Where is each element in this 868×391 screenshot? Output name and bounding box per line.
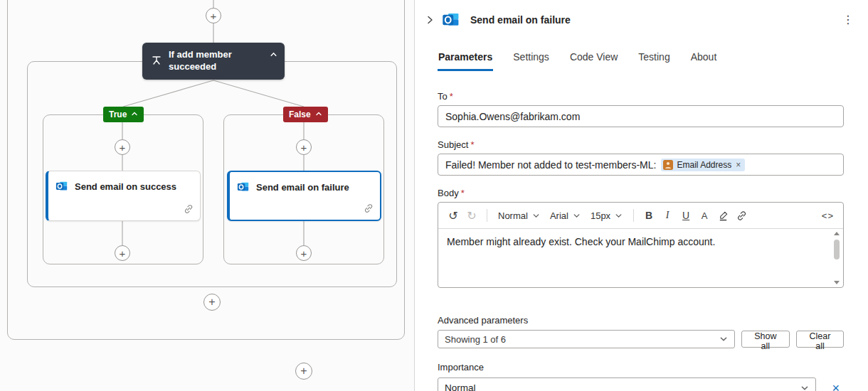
- subject-text: Failed! Member not added to test-members…: [445, 159, 656, 171]
- outlook-icon: [55, 180, 68, 193]
- tab-testing[interactable]: Testing: [637, 51, 670, 71]
- add-action-button-after-condition[interactable]: +: [203, 294, 221, 311]
- token-remove-button[interactable]: ×: [736, 160, 741, 170]
- card-footer: [230, 203, 380, 220]
- chevron-down-icon: [573, 212, 581, 220]
- panel-title: Send email on failure: [470, 14, 571, 26]
- code-view-button[interactable]: <>: [819, 206, 837, 225]
- redo-button[interactable]: ↻: [463, 206, 480, 225]
- bold-button[interactable]: B: [640, 206, 657, 225]
- panel-tabs: Parameters Settings Code View Testing Ab…: [415, 29, 868, 71]
- false-branch-label: False: [289, 109, 311, 119]
- advanced-parameters-row: Showing 1 of 6 Show all Clear all: [438, 330, 844, 348]
- flow-canvas: + If add member succeeded True False + +: [0, 0, 415, 391]
- text-style-dropdown[interactable]: Normal: [494, 206, 544, 225]
- to-label: To*: [438, 91, 844, 102]
- collapse-condition-icon[interactable]: [270, 50, 277, 60]
- panel-header: Send email on failure ⋮: [415, 0, 868, 29]
- importance-value: Normal: [445, 382, 476, 391]
- send-email-failure-card[interactable]: Send email on failure: [227, 171, 381, 221]
- link-icon: [736, 210, 747, 221]
- outlook-icon: [442, 11, 460, 29]
- true-branch-badge[interactable]: True: [103, 107, 144, 122]
- add-action-button-top[interactable]: +: [206, 8, 221, 23]
- importance-row: Normal ×: [438, 377, 844, 391]
- chevron-down-icon: [532, 212, 540, 220]
- add-action-button-true-bottom[interactable]: +: [115, 245, 130, 261]
- chevron-down-icon: [719, 335, 728, 343]
- editor-toolbar: ↺ ↻ Normal Arial 15px B I U: [438, 203, 843, 229]
- subject-input[interactable]: Failed! Member not added to test-members…: [438, 154, 844, 176]
- importance-label: Importance: [438, 362, 844, 373]
- parameters-form: To* Subject* Failed! Member not added to…: [415, 91, 868, 391]
- clear-all-button[interactable]: Clear all: [796, 331, 844, 348]
- send-email-success-card[interactable]: Send email on success: [46, 171, 201, 221]
- to-input[interactable]: [438, 105, 844, 127]
- importance-dropdown[interactable]: Normal: [438, 377, 816, 391]
- font-family-dropdown[interactable]: Arial: [546, 206, 585, 225]
- card-title: Send email on success: [75, 181, 176, 192]
- link-button[interactable]: [733, 206, 750, 225]
- condition-node[interactable]: If add member succeeded: [142, 43, 285, 80]
- card-header: Send email on success: [48, 171, 200, 194]
- editor-scrollbar[interactable]: [832, 230, 842, 286]
- required-asterisk: *: [450, 91, 453, 102]
- advanced-parameters-dropdown[interactable]: Showing 1 of 6: [438, 330, 735, 348]
- tab-settings[interactable]: Settings: [512, 51, 550, 71]
- connection-icon: [184, 204, 194, 216]
- card-title: Send email on failure: [256, 182, 349, 193]
- body-input[interactable]: Member might already exist. Check your M…: [438, 229, 843, 287]
- highlight-button[interactable]: [714, 206, 731, 225]
- subject-label: Subject*: [438, 139, 844, 150]
- scroll-down-icon[interactable]: [832, 279, 841, 286]
- collapse-true-icon: [131, 109, 138, 119]
- outlook-icon: [237, 181, 250, 193]
- scroll-up-icon[interactable]: [832, 230, 841, 237]
- token-label: Email Address: [677, 160, 731, 170]
- tab-parameters[interactable]: Parameters: [438, 51, 493, 71]
- show-all-button[interactable]: Show all: [741, 331, 790, 348]
- chevron-right-icon: [425, 15, 435, 25]
- false-branch-badge[interactable]: False: [283, 107, 328, 122]
- advanced-parameters-label: Advanced parameters: [438, 315, 844, 326]
- add-action-button-false-top[interactable]: +: [296, 139, 312, 155]
- advanced-parameters-value: Showing 1 of 6: [445, 334, 506, 345]
- underline-button[interactable]: U: [677, 206, 694, 225]
- token-avatar-icon: [663, 160, 673, 170]
- undo-button[interactable]: ↺: [445, 206, 462, 225]
- font-size-dropdown[interactable]: 15px: [586, 206, 627, 225]
- chevron-down-icon: [800, 384, 809, 391]
- card-footer: [48, 204, 200, 220]
- italic-button[interactable]: I: [659, 206, 676, 225]
- body-rich-text-editor: ↺ ↻ Normal Arial 15px B I U: [438, 202, 844, 288]
- add-action-button-true-top[interactable]: +: [115, 139, 130, 155]
- required-asterisk: *: [470, 139, 474, 150]
- add-action-button-false-bottom[interactable]: +: [296, 245, 312, 261]
- body-text: Member might already exist. Check your M…: [438, 229, 843, 255]
- collapse-false-icon: [315, 109, 322, 119]
- chevron-down-icon: [615, 212, 623, 220]
- scroll-thumb[interactable]: [834, 240, 840, 259]
- clear-importance-button[interactable]: ×: [827, 380, 844, 391]
- toolbar-separator: [633, 209, 634, 222]
- collapse-panel-button[interactable]: [425, 15, 435, 25]
- required-asterisk: *: [461, 188, 465, 198]
- action-details-panel: Send email on failure ⋮ Parameters Setti…: [415, 0, 868, 391]
- toolbar-separator: [487, 209, 487, 222]
- true-branch-label: True: [109, 109, 127, 119]
- email-address-token[interactable]: Email Address ×: [661, 159, 745, 171]
- tab-code-view[interactable]: Code View: [569, 51, 618, 71]
- card-header: Send email on failure: [230, 172, 380, 195]
- condition-icon: [151, 55, 162, 68]
- add-action-button-bottom[interactable]: +: [295, 363, 312, 380]
- tab-about[interactable]: About: [690, 51, 718, 71]
- highlighter-icon: [718, 210, 729, 221]
- connection-icon: [364, 203, 374, 215]
- body-label: Body*: [438, 188, 844, 198]
- font-color-button[interactable]: A: [696, 206, 713, 225]
- more-options-button[interactable]: ⋮: [837, 10, 859, 29]
- condition-title: If add member succeeded: [169, 49, 260, 73]
